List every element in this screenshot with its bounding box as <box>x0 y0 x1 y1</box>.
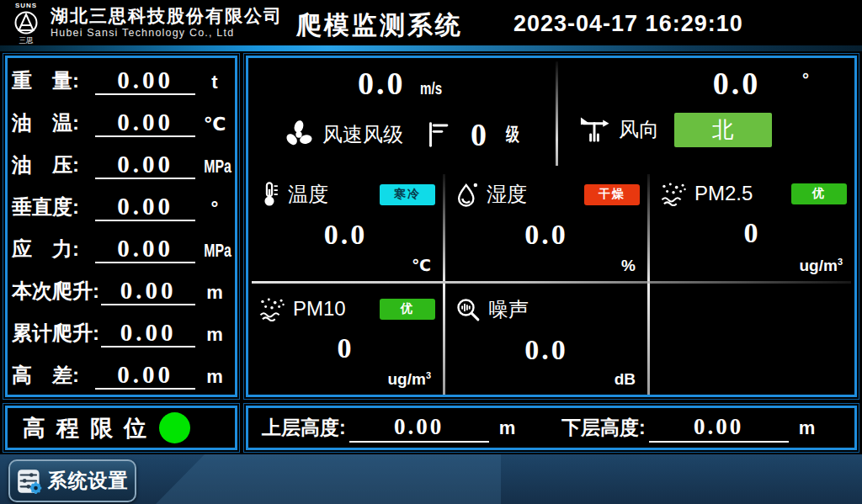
pm25-status-badge: 优 <box>791 183 847 204</box>
noise-value: 0.0 <box>445 334 647 366</box>
row-oil-pressure: 油 压: 0.00 MPa <box>12 142 231 184</box>
pm25-unit: ug/m3 <box>799 257 843 275</box>
lower-height-label: 下层高度: <box>561 415 646 441</box>
pm10-status-badge: 优 <box>380 299 435 320</box>
lower-height-readout: 下层高度: 0.00 m <box>561 408 815 448</box>
wind-level-value: 0 <box>471 116 488 153</box>
total-climb-value: 0.00 <box>101 321 195 347</box>
weight-value: 0.00 <box>95 68 195 95</box>
fan-icon <box>282 118 316 151</box>
footer-taskbar: 系统设置 <box>0 454 862 504</box>
thermometer-icon <box>258 181 280 208</box>
oil-pressure-label: 油 压: <box>12 151 93 184</box>
verticality-unit: ° <box>199 198 231 226</box>
row-oil-temp: 油 温: 0.00 ℃ <box>12 100 231 142</box>
datetime-display: 2023-04-17 16:29:10 <box>513 11 743 37</box>
row-current-climb: 本次爬升: 0.00 m <box>12 268 231 310</box>
total-climb-label: 累计爬升: <box>12 320 99 353</box>
measurement-panel: 重 量: 0.00 t 油 温: 0.00 ℃ 油 压: 0.00 MPa 垂直… <box>5 56 237 397</box>
company-name-cn: 湖北三思科技股份有限公司 <box>51 7 283 25</box>
settings-sliders-gear-icon <box>17 469 42 494</box>
wind-direction-value: 0.0 <box>665 65 808 102</box>
system-settings-label: 系统设置 <box>48 468 129 494</box>
wind-level-unit: 级 <box>506 122 519 147</box>
stress-unit: MPa <box>204 240 231 262</box>
stress-label: 应 力: <box>12 236 93 268</box>
environment-panel: 0.0 m/s 风速风级 <box>246 56 857 397</box>
humidity-cell: 湿度 干燥 0.0 % <box>445 168 647 281</box>
row-stress: 应 力: 0.00 MPa <box>12 226 231 268</box>
verticality-label: 垂直度: <box>12 194 93 226</box>
noise-unit: dB <box>615 370 636 389</box>
page-title: 爬模监测系统 <box>296 8 463 43</box>
footer-wedge-decoration <box>156 454 501 504</box>
elevation-limit-box: 高程限位 <box>5 406 237 450</box>
humidity-value: 0.0 <box>445 219 647 251</box>
svg-text:三思: 三思 <box>19 36 35 45</box>
upper-height-unit: m <box>499 417 516 439</box>
pm10-unit: ug/m3 <box>387 370 431 389</box>
wind-speed-readout: 0.0 m/s <box>248 65 556 102</box>
height-diff-value: 0.00 <box>95 363 195 390</box>
humidity-status-badge: 干燥 <box>584 184 640 205</box>
noise-magnifier-icon <box>455 297 481 322</box>
oil-temp-value: 0.00 <box>95 110 195 137</box>
verticality-value: 0.00 <box>95 194 195 221</box>
header: SUNS 三思 湖北三思科技股份有限公司 Hubei Sansi Technol… <box>0 0 862 45</box>
header-divider-bar <box>0 45 862 51</box>
upper-height-readout: 上层高度: 0.00 m <box>262 408 515 448</box>
layer-heights-box: 上层高度: 0.00 m 下层高度: 0.00 m <box>246 406 857 450</box>
pm10-label: PM10 <box>293 297 346 321</box>
svg-text:SUNS: SUNS <box>15 2 37 9</box>
pm25-cell: PM2.5 优 0 ug/m3 <box>650 168 854 281</box>
climbing-formwork-monitor-screen: SUNS 三思 湖北三思科技股份有限公司 Hubei Sansi Technol… <box>0 0 862 504</box>
lower-height-value: 0.00 <box>649 414 789 443</box>
temperature-cell: 温度 寒冷 0.0 ℃ <box>248 168 443 281</box>
oil-temp-label: 油 温: <box>12 109 93 142</box>
pm10-value: 0 <box>248 332 443 364</box>
noise-label: 噪声 <box>488 296 529 323</box>
wind-direction-readout: 风向 北 <box>578 110 772 149</box>
wind-speed-unit: m/s <box>420 78 442 98</box>
total-climb-unit: m <box>199 324 231 353</box>
wind-direction-unit: ° <box>802 70 809 89</box>
temperature-unit: ℃ <box>412 256 431 275</box>
row-total-climb: 累计爬升: 0.00 m <box>12 310 231 353</box>
upper-height-value: 0.00 <box>349 414 489 443</box>
current-climb-unit: m <box>199 282 231 310</box>
height-diff-label: 高 差: <box>12 362 93 395</box>
wind-speed-value: 0.0 <box>358 66 406 101</box>
noise-cell: 噪声 0.0 dB <box>445 284 647 395</box>
wind-section-divider <box>556 61 558 166</box>
system-settings-button[interactable]: 系统设置 <box>8 459 136 502</box>
weight-unit: t <box>199 72 231 100</box>
oil-pressure-unit: MPa <box>204 156 231 178</box>
temperature-label: 温度 <box>288 181 328 208</box>
pm10-cell: PM10 优 0 ug/m3 <box>248 284 443 395</box>
wind-direction-badge: 北 <box>674 113 772 147</box>
elevation-limit-indicator <box>159 412 190 443</box>
temperature-value: 0.0 <box>248 219 443 251</box>
oil-pressure-value: 0.00 <box>95 152 195 179</box>
wind-vane-icon <box>578 114 610 145</box>
company-name: 湖北三思科技股份有限公司 Hubei Sansi Technology Co.,… <box>51 7 283 39</box>
sansi-logo-icon: SUNS 三思 <box>7 1 45 45</box>
stress-value: 0.00 <box>95 236 195 263</box>
upper-height-label: 上层高度: <box>262 415 346 441</box>
humidity-unit: % <box>621 257 636 275</box>
row-weight: 重 量: 0.00 t <box>12 58 231 100</box>
wind-speed-label: 风速风级 <box>322 121 403 148</box>
row-height-diff: 高 差: 0.00 m <box>12 353 231 395</box>
current-climb-label: 本次爬升: <box>12 278 99 310</box>
humidity-label: 湿度 <box>487 181 527 208</box>
oil-temp-unit: ℃ <box>199 114 231 142</box>
row-verticality: 垂直度: 0.00 ° <box>12 184 231 226</box>
droplet-icon <box>455 181 479 208</box>
elevation-limit-label: 高程限位 <box>23 413 157 443</box>
company-logo: SUNS 三思 湖北三思科技股份有限公司 Hubei Sansi Technol… <box>7 1 283 45</box>
wind-level-readout: 风速风级 0 级 <box>248 109 556 161</box>
wind-level-flag-icon <box>425 120 450 149</box>
weight-label: 重 量: <box>12 67 93 100</box>
current-climb-value: 0.00 <box>101 279 195 305</box>
dust-particles-icon <box>258 296 285 321</box>
